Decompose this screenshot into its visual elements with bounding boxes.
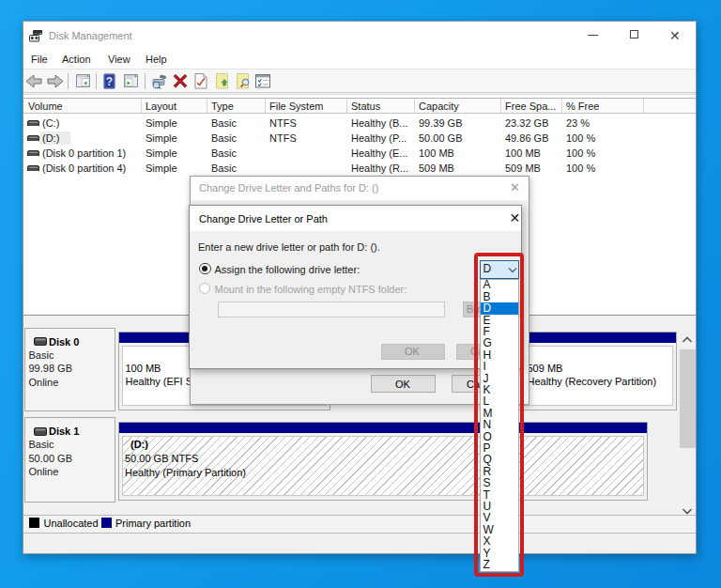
svg-text:?: ?: [105, 75, 112, 88]
